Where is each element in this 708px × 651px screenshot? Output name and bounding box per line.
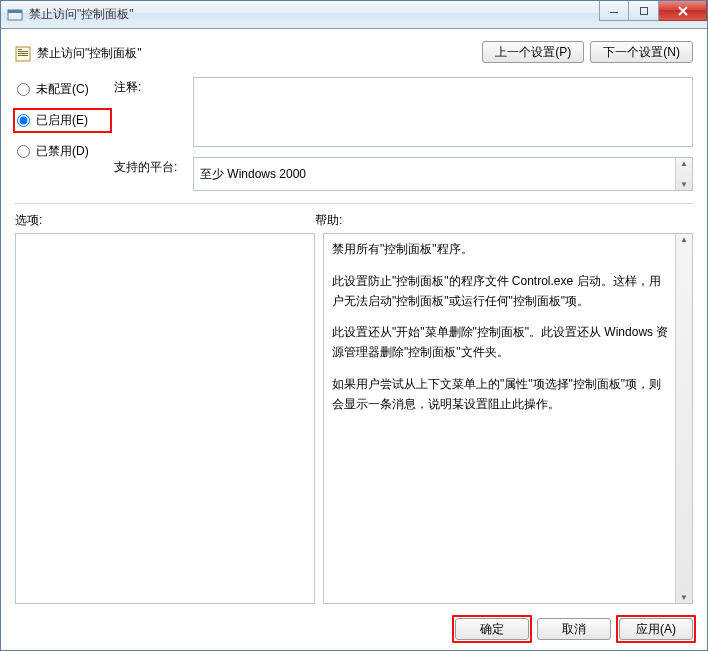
window-root: 禁止访问"控制面板"	[0, 0, 708, 651]
comment-textarea[interactable]	[193, 77, 693, 147]
scroll-down-icon: ▼	[680, 180, 688, 189]
svg-rect-3	[18, 49, 22, 50]
scroll-up-icon: ▲	[680, 159, 688, 168]
cancel-button[interactable]: 取消	[537, 618, 611, 640]
scrollbar[interactable]: ▲▼	[675, 158, 692, 190]
scroll-down-icon: ▼	[680, 593, 688, 602]
help-p3: 此设置还从"开始"菜单删除"控制面板"。此设置还从 Windows 资源管理器删…	[332, 323, 670, 363]
content-area: 禁止访问"控制面板" 上一个设置(P) 下一个设置(N) 未配置(C) 已启用(…	[1, 29, 707, 650]
page-title: 禁止访问"控制面板"	[37, 45, 142, 62]
scrollbar[interactable]: ▲▼	[675, 234, 692, 603]
radio-disabled-label: 已禁用(D)	[36, 143, 89, 160]
previous-setting-button[interactable]: 上一个设置(P)	[482, 41, 584, 63]
help-pane: 禁用所有"控制面板"程序。 此设置防止"控制面板"的程序文件 Control.e…	[323, 233, 693, 604]
help-text: 禁用所有"控制面板"程序。 此设置防止"控制面板"的程序文件 Control.e…	[324, 234, 692, 433]
radio-not-configured-input[interactable]	[17, 83, 30, 96]
page-title-wrap: 禁止访问"控制面板"	[15, 41, 142, 62]
platform-label: 支持的平台:	[114, 157, 189, 176]
window-title: 禁止访问"控制面板"	[29, 6, 134, 23]
apply-button[interactable]: 应用(A)	[619, 618, 693, 640]
platform-box: 至少 Windows 2000 ▲▼	[193, 157, 693, 191]
radio-disabled[interactable]: 已禁用(D)	[15, 141, 110, 162]
svg-rect-5	[18, 53, 28, 54]
options-label: 选项:	[15, 212, 315, 229]
help-p4: 如果用户尝试从上下文菜单上的"属性"项选择"控制面板"项，则会显示一条消息，说明…	[332, 375, 670, 415]
platform-value: 至少 Windows 2000	[200, 166, 306, 183]
next-setting-button[interactable]: 下一个设置(N)	[590, 41, 693, 63]
close-button[interactable]	[659, 1, 707, 21]
scroll-up-icon: ▲	[680, 235, 688, 244]
radio-enabled-input[interactable]	[17, 114, 30, 127]
radio-not-configured[interactable]: 未配置(C)	[15, 79, 110, 100]
svg-rect-4	[18, 51, 28, 52]
divider	[15, 203, 693, 204]
titlebar[interactable]: 禁止访问"控制面板"	[1, 1, 707, 29]
radio-not-configured-label: 未配置(C)	[36, 81, 89, 98]
help-p1: 禁用所有"控制面板"程序。	[332, 240, 670, 260]
help-p2: 此设置防止"控制面板"的程序文件 Control.exe 启动。这样，用户无法启…	[332, 272, 670, 312]
options-pane	[15, 233, 315, 604]
minimize-button[interactable]	[599, 1, 629, 21]
state-radio-group: 未配置(C) 已启用(E) 已禁用(D)	[15, 77, 110, 162]
app-icon	[7, 7, 23, 23]
svg-rect-6	[18, 55, 28, 56]
ok-button[interactable]: 确定	[455, 618, 529, 640]
radio-disabled-input[interactable]	[17, 145, 30, 158]
radio-enabled-label: 已启用(E)	[36, 112, 88, 129]
help-label: 帮助:	[315, 212, 693, 229]
svg-rect-1	[8, 10, 22, 13]
comment-label: 注释:	[114, 77, 189, 96]
radio-enabled[interactable]: 已启用(E)	[15, 110, 110, 131]
window-controls	[599, 1, 707, 21]
footer: 确定 取消 应用(A)	[1, 610, 707, 650]
maximize-button[interactable]	[629, 1, 659, 21]
policy-icon	[15, 46, 31, 62]
